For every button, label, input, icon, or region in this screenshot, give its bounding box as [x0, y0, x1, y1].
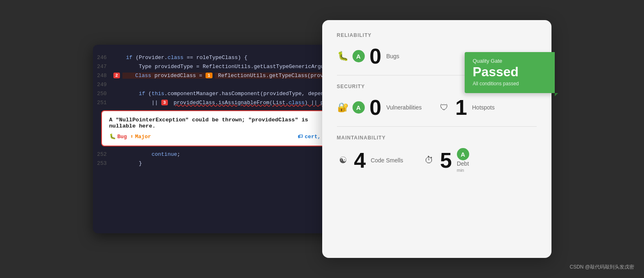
vulnerabilities-metric: 🔐 A 0 Vulnerabilities: [337, 97, 422, 118]
code-panel: 246 if (Provider.class == roleTypeClass)…: [93, 45, 347, 233]
divider-2: [337, 126, 537, 127]
code-line-246: 246 if (Provider.class == roleTypeClass)…: [93, 53, 347, 62]
line-content-253: }: [113, 160, 347, 166]
lock-icon: 🔐: [337, 102, 349, 113]
code-line-247: 247 Type providedType = ReflectionUtils.…: [93, 62, 347, 71]
clock-icon: ⏱: [423, 155, 435, 166]
badge-1: 1: [206, 73, 212, 78]
code-lines: 246 if (Provider.class == roleTypeClass)…: [93, 53, 347, 168]
line-num-249: 249: [93, 82, 113, 88]
maintainability-metrics: ☯ 4 Code Smells ⏱ 5 A Debt min: [337, 148, 537, 173]
debt-unit: min: [457, 168, 464, 173]
bugs-label: Bugs: [386, 53, 399, 59]
badge-3: 3: [161, 100, 168, 105]
security-metrics: 🔐 A 0 Vulnerabilities 🛡 1 Hotspots: [337, 97, 537, 118]
line-content-248: Class providedClass =: [122, 73, 206, 79]
line-num-250: 250: [93, 91, 113, 97]
code-line-251: 251 || 3 providedClass.isAssignableFrom(…: [93, 98, 347, 107]
issue-title: A "NullPointerException" could be thrown…: [109, 117, 334, 129]
maintainability-section-label: MAINTAINABILITY: [337, 135, 537, 141]
code-line-248: 248 2 Class providedClass = 1 Reflection…: [93, 71, 347, 80]
code-line-252: 252 continue;: [93, 150, 347, 159]
line-content-247: Type providedType = ReflectionUtils.getL…: [113, 64, 347, 70]
code-smells-value: 4: [354, 150, 366, 171]
vulnerabilities-value: 0: [370, 97, 382, 118]
quality-gate-title: Quality Gate: [473, 58, 547, 64]
quality-gate-status: Passed: [473, 65, 547, 79]
line-content-251b: providedClass.isAssignableFrom(List.clas…: [170, 100, 346, 106]
debt-grade: A: [457, 148, 469, 160]
debt-value: 5: [440, 150, 452, 171]
code-line-249: 249: [93, 80, 347, 89]
hotspots-metric: 🛡 1 Hotspots: [438, 97, 495, 118]
hotspots-label: Hotspots: [472, 104, 495, 111]
line-num-252: 252: [93, 151, 113, 157]
tag-bug: 🐛 Bug: [109, 133, 127, 140]
code-line-250: 250 if (this.componentManager.hasCompone…: [93, 89, 347, 98]
line-content-250: if (this.componentManager.hasComponent(p…: [113, 91, 347, 97]
tag-icon: 🏷: [298, 134, 303, 140]
major-label: Major: [135, 134, 151, 140]
bugs-value: 0: [370, 46, 382, 67]
main-container: 246 if (Provider.class == roleTypeClass)…: [0, 0, 644, 278]
security-grade: A: [353, 101, 365, 114]
code-smells-label: Code Smells: [371, 157, 403, 164]
line-content-246: if (Provider.class == roleTypeClass) {: [113, 55, 347, 61]
line-num-251: 251: [93, 100, 113, 106]
bug-metric-icon: 🐛: [337, 51, 349, 62]
bug-icon: 🐛: [109, 133, 116, 140]
code-line-253: 253 }: [93, 159, 347, 168]
line-content-251a: ||: [113, 100, 161, 106]
debt-label-group: A Debt min: [457, 148, 469, 173]
line-num-248: 248: [93, 73, 113, 79]
major-icon: ⬆: [130, 133, 133, 140]
line-num-253: 253: [93, 160, 113, 166]
reliability-grade: A: [353, 50, 365, 62]
quality-gate-banner: Quality Gate Passed All conditions passe…: [465, 52, 555, 93]
bugs-metric: 🐛 A 0 Bugs: [337, 46, 400, 67]
line-num-246: 246: [93, 55, 113, 61]
vulnerabilities-label: Vulnerabilities: [386, 104, 422, 111]
reliability-section-label: RELIABILITY: [337, 32, 537, 38]
quality-gate-subtitle: All conditions passed: [473, 81, 547, 87]
issue-tags: 🐛 Bug ⬆ Major 🏷 cert, cwe: [109, 133, 334, 140]
debt-metric: ⏱ 5 A Debt min: [423, 148, 469, 173]
code-smells-metric: ☯ 4 Code Smells: [337, 150, 403, 171]
quality-panel: Quality Gate Passed All conditions passe…: [322, 20, 551, 258]
smells-icon: ☯: [337, 155, 349, 166]
issue-popup: A "NullPointerException" could be thrown…: [101, 110, 342, 146]
watermark: CSDN @敲代码敲到头发戊密: [569, 264, 634, 271]
hotspot-icon: 🛡: [438, 103, 450, 112]
line-num-247: 247: [93, 64, 113, 70]
debt-label: Debt: [457, 160, 469, 167]
bug-label: Bug: [118, 134, 127, 140]
tag-major: ⬆ Major: [130, 133, 151, 140]
hotspots-value: 1: [455, 97, 467, 118]
badge-2: 2: [113, 73, 120, 78]
line-content-252: continue;: [113, 151, 347, 157]
